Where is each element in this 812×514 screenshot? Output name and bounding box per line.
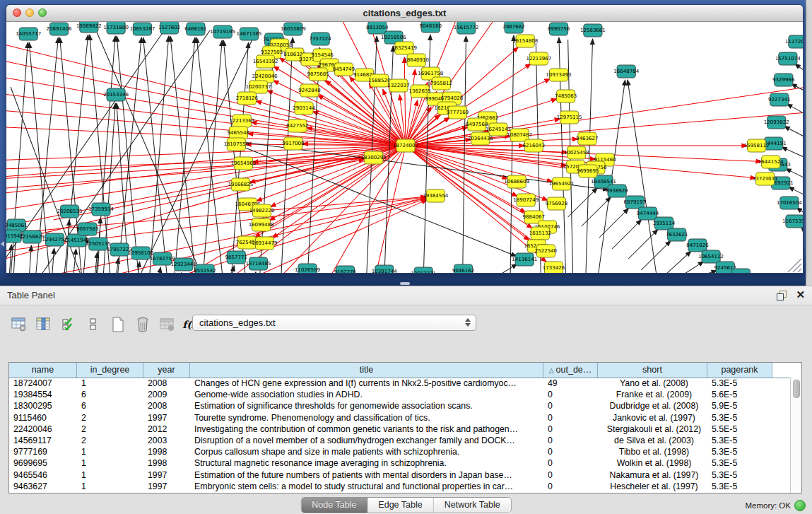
table-row[interactable]: 1830029562008Estimation of significance … [9,400,790,411]
table-cell[interactable]: Jankovic et al. (1997) [598,412,707,424]
table-cell[interactable]: 6 [77,400,143,411]
table-cell[interactable]: 18300295 [9,400,77,411]
graph-edge[interactable] [787,104,803,119]
table-cell[interactable]: 9463627 [9,481,77,492]
row-select-icon[interactable] [59,315,78,334]
graph-node[interactable]: 9875685 [307,68,329,81]
graph-node[interactable]: 10653287 [129,23,155,35]
graph-edge[interactable] [203,40,222,273]
graph-node[interactable]: 14055717 [16,28,41,40]
table-cell[interactable]: 1998 [143,446,190,457]
table-cell[interactable]: 2 [77,435,143,446]
graph-node[interactable]: 12923448 [171,258,196,271]
table-cell[interactable]: 5.3E-5 [707,446,772,457]
table-cell[interactable]: 0 [543,400,598,411]
table-cell[interactable]: 0 [543,412,598,424]
graph-edge[interactable] [196,37,223,273]
graph-node[interactable]: 7485063 [555,90,577,103]
graph-node[interactable]: 1733426 [543,262,565,273]
table-cell[interactable]: 5.3E-5 [707,435,772,446]
graph-node[interactable]: 18907249 [513,194,539,206]
graph-node[interactable]: 19384554 [423,189,448,202]
graph-node[interactable]: 9551542 [194,264,216,273]
table-cell[interactable]: Investigating the contribution of common… [190,424,543,435]
graph-edge[interactable] [404,57,406,146]
table-scrollbar[interactable] [790,378,801,493]
table-cell[interactable]: 0 [543,435,598,446]
graph-node[interactable]: 11172044 [785,35,803,48]
graph-node[interactable]: 12563661 [580,24,606,37]
graph-node[interactable]: 9463627 [576,132,598,145]
graph-node[interactable]: 11675358 [782,215,803,228]
table-cell[interactable]: Estimation of the future numbers of pati… [190,469,543,481]
table-cell[interactable]: Hescheler et al. (1997) [598,481,707,492]
table-row[interactable]: 911546021997Tourette syndrome. Phenomeno… [9,412,790,424]
graph-edge[interactable] [463,36,466,273]
graph-node[interactable]: 2887682 [502,22,524,33]
rows-icon[interactable] [84,315,102,334]
resize-grip-icon[interactable] [788,259,801,272]
graph-edge[interactable] [599,208,629,238]
graph-node[interactable]: 15615772 [454,22,479,34]
table-cell[interactable]: 1 [77,446,143,457]
table-row[interactable]: 969969511998Structural magnetic resonanc… [9,457,790,469]
graph-node[interactable]: 16543392 [253,55,278,68]
graph-node[interactable]: 20206535 [57,205,83,218]
graph-node[interactable]: 18325419 [392,42,417,54]
table-cell[interactable]: 5.3E-5 [707,378,772,389]
graph-node[interactable]: 10688609 [504,175,529,188]
graph-node[interactable]: 14136141 [512,253,537,266]
column-header-name[interactable]: name [9,363,77,378]
graph-node[interactable]: 9242848 [298,84,320,97]
graph-node[interactable]: 9046160 [420,22,442,33]
graph-edge[interactable] [495,264,517,273]
graph-edge[interactable] [159,267,161,273]
graph-edge[interactable] [6,146,406,245]
table-cell[interactable]: 1 [77,457,143,469]
graph-node[interactable]: 8938928 [606,185,628,197]
panel-collapse-arrow-icon[interactable] [1,241,4,247]
graph-node[interactable]: 12213967 [526,52,551,65]
column-header-pagerank[interactable]: pagerank [707,363,772,378]
table-cell[interactable]: 9115460 [9,412,77,424]
graph-node[interactable]: 18300295 [361,151,387,164]
table-cell[interactable]: 14569117 [9,435,77,446]
graph-edge[interactable] [139,39,252,273]
table-cell[interactable]: 5.3E-5 [707,412,772,424]
graph-node[interactable]: 2903144 [293,102,315,115]
table-cell[interactable]: 22420046 [9,424,77,435]
table-row[interactable]: 2242004622012Investigating the contribut… [9,424,790,435]
graph-edge[interactable] [252,199,427,273]
graph-node[interactable]: 12213363 [229,115,254,127]
table-row[interactable]: 946362711997Embryonic stem cells: a mode… [9,481,790,492]
table-cell[interactable]: Stergiakouli et al. (2012) [598,424,707,435]
table-cell[interactable]: 5.3E-5 [707,469,772,481]
table-cell[interactable]: 1 [77,481,143,492]
graph-node[interactable]: 12975115 [557,111,582,124]
graph-node[interactable]: 6879197 [624,196,646,209]
new-table-icon[interactable] [109,315,127,334]
table-cell[interactable]: Nakamura et al. (1997) [598,469,707,481]
graph-edge[interactable] [175,37,195,273]
table-cell[interactable]: 9777169 [9,446,77,457]
table-cell[interactable]: 0 [543,424,598,435]
graph-edge[interactable] [6,158,365,169]
table-row[interactable]: 946554611997Estimation of the future num… [9,469,790,481]
graph-node[interactable]: 18724007 [393,139,418,152]
graph-node[interactable]: 6497568 [466,118,488,131]
table-row[interactable]: 1456911722003Disruption of a novel membe… [9,435,790,446]
table-cell[interactable]: Dudbridge et al. (2008) [598,400,707,411]
graph-node[interactable]: 12093822 [764,116,789,129]
graph-node[interactable]: 9465546 [228,127,250,139]
graph-node[interactable]: 7632621 [666,228,688,241]
graph-edge[interactable] [52,248,54,273]
network-canvas[interactable]: 1405571720891406100898221173180010653287… [6,22,803,273]
table-cell[interactable]: 2012 [143,424,190,435]
graph-node[interactable]: 9046162 [452,264,474,273]
graph-node[interactable]: 9329966 [772,74,795,86]
graph-node[interactable]: 6216043 [523,139,545,152]
graph-node[interactable]: 17359914 [88,203,114,216]
table-cell[interactable]: 0 [543,469,598,481]
graph-edge[interactable] [662,251,691,273]
graph-edge[interactable] [801,227,803,241]
